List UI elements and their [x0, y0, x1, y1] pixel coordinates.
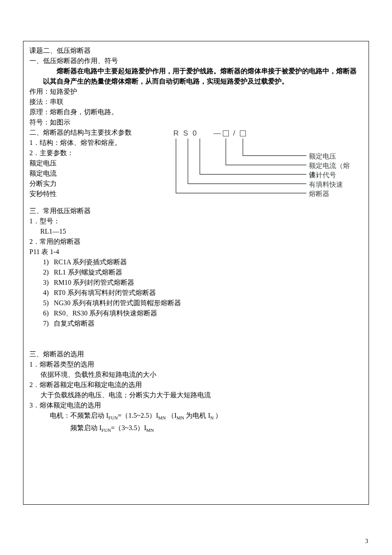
subscript: FUN — [108, 415, 118, 420]
motor-formula-2: 频繁启动 IFUN=（3~3.5）IMN — [29, 423, 363, 435]
formula-text: 电机：不频繁启动 I — [50, 412, 108, 419]
list-item: 2) RL1 系列螺旋式熔断器 — [29, 267, 363, 278]
list-item: 6) RS0、RS30 系列有填料快速熔断器 — [29, 308, 363, 318]
selection-1-detail: 依据环境、负载性质和短路电流的大小 — [29, 370, 363, 380]
principle-label: 原理： — [29, 108, 50, 116]
list-item: 1) RC1A 系列瓷插式熔断器 — [29, 257, 363, 267]
list-item: 7) 自复式熔断器 — [29, 318, 363, 329]
diagram-label-4: 有填料快速 — [309, 180, 343, 189]
section-2-left: 二、熔断器的结构与主要技术参数 1．结构：熔体、熔管和熔座。 2．主要参数： 额… — [29, 127, 170, 199]
list-item-text: RL1 系列螺旋式熔断器 — [54, 269, 122, 276]
content-frame: 课题二、低压熔断器 一、低压熔断器的作用、符号 熔断器在电路中主要起短路爱护作用… — [23, 41, 369, 505]
model-heading: 1．型号： — [29, 216, 363, 226]
document-page: 课题二、低压熔断器 一、低压熔断器的作用、符号 熔断器在电路中主要起短路爱护作用… — [0, 0, 392, 555]
principle-line: 原理：熔断自身，切断电路。 — [29, 107, 363, 117]
param-2: 额定电流 — [29, 168, 170, 179]
role-value: 短路爱护 — [50, 88, 77, 95]
list-item-text: RM10 系列封闭管式熔断器 — [54, 279, 134, 286]
symbol-label: 符号： — [29, 119, 50, 126]
list-item: 5) NG30 系列有填料封闭管式圆筒帽形熔断器 — [29, 298, 363, 308]
structure-line: 1．结构：熔体、熔管和熔座。 — [29, 138, 170, 148]
role-line: 作用：短路爱护 — [29, 87, 363, 97]
selection-3: 3．熔体额定电流的选用 — [29, 400, 363, 410]
subscript: MN — [176, 415, 184, 420]
diagram-label-1: 额定电压 — [309, 152, 336, 161]
role-label: 作用： — [29, 88, 50, 95]
param-1: 额定电压 — [29, 158, 170, 168]
list-item: 4) RT0 系列有填写料封闭管式熔断器 — [29, 288, 363, 298]
symbol-line: 符号：如图示 — [29, 117, 363, 127]
common-fuses-heading: 2．常用的熔断器 — [29, 237, 363, 247]
page-number: 3 — [365, 538, 368, 545]
spacer — [29, 202, 363, 206]
selection-1: 1．熔断器类型的选用 — [29, 359, 363, 370]
selection-2: 2．熔断器额定电压和额定电流的选用 — [29, 380, 363, 390]
list-item-text: RT0 系列有填写料封闭管式熔断器 — [54, 289, 156, 296]
list-item-text: RC1A 系列瓷插式熔断器 — [54, 258, 127, 266]
connection-value: 串联 — [50, 98, 63, 105]
subscript: FUN — [101, 428, 111, 433]
diagram-label-5: 熔断器 — [309, 190, 329, 199]
diagram-label-3: 设计代号 — [309, 171, 336, 180]
list-item: 3) RM10 系列封闭管式熔断器 — [29, 278, 363, 288]
section-1-heading: 一、低压熔断器的作用、符号 — [29, 56, 363, 66]
connection-line: 接法：串联 — [29, 97, 363, 107]
formula-text: =（1.5~2.5）I — [118, 412, 158, 419]
list-item-text: 自复式熔断器 — [54, 320, 95, 327]
subscript: MN — [158, 415, 166, 420]
formula-text: 频繁启动 I — [70, 424, 101, 431]
param-3: 分断实力 — [29, 179, 170, 189]
principle-value: 熔断自身，切断电路。 — [50, 108, 118, 116]
params-heading: 2．主要参数： — [29, 148, 170, 158]
section-3a-heading: 三、常用低压熔断器 — [29, 206, 363, 216]
selection-2-detail: 大于负载线路的电压、电流；分断实力大于最大短路电流 — [29, 390, 363, 400]
topic-title: 课题二、低压熔断器 — [29, 46, 363, 56]
subscript: MN — [146, 428, 154, 433]
motor-formula-1: 电机：不频繁启动 IFUN=（1.5~2.5）IMN （IMN 为电机 IN ） — [29, 410, 363, 423]
list-item-text: RS0、RS30 系列有填料快速熔断器 — [54, 309, 157, 317]
section-2-heading: 二、熔断器的结构与主要技术参数 — [29, 127, 170, 138]
formula-text: 为电机 I — [184, 412, 210, 419]
formula-text: （I — [166, 412, 176, 419]
intro-paragraph: 熔断器在电路中主要起短路爱护作用，用于爱护线路。熔断器的熔体串接于被爱护的电路中… — [29, 66, 363, 87]
list-item-text: NG30 系列有填料封闭管式圆筒帽形熔断器 — [54, 299, 181, 306]
section-3b-heading: 三、熔断器的选用 — [29, 349, 363, 359]
spacer — [29, 329, 363, 349]
connection-label: 接法： — [29, 98, 50, 105]
formula-text: ） — [213, 412, 222, 419]
section-2-row: 二、熔断器的结构与主要技术参数 1．结构：熔体、熔管和熔座。 2．主要参数： 额… — [29, 127, 363, 202]
symbol-value: 如图示 — [50, 119, 70, 126]
model-value: RL1—15 — [29, 226, 363, 237]
param-4: 安秒特性 — [29, 189, 170, 199]
intro-text: 熔断器在电路中主要起短路爱护作用，用于爱护线路。熔断器的熔体串接于被爱护的电路中… — [43, 67, 357, 85]
formula-text: =（3~3.5）I — [111, 424, 146, 431]
table-ref: P11 表 1-4 — [29, 247, 363, 257]
code-diagram: R S 0 — / 额定电压 额定电流（熔体） 设计代号 — [170, 129, 363, 202]
